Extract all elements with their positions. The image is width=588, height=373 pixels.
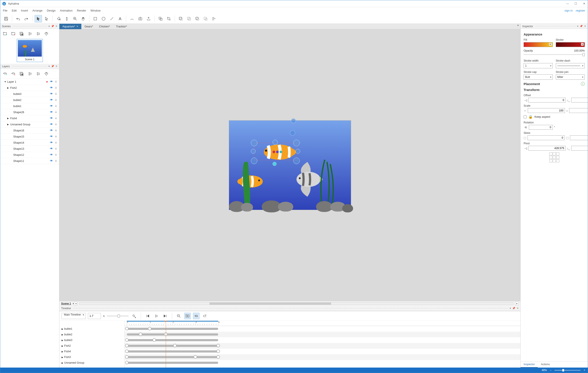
visibility-icon[interactable] [50, 141, 53, 145]
rock-shape[interactable] [316, 201, 332, 212]
stroke-dash-combo[interactable] [556, 63, 585, 68]
arc-icon[interactable] [128, 15, 136, 22]
keyframe[interactable] [173, 344, 177, 347]
timeline-track-row[interactable]: ▶Fish3 [59, 354, 125, 360]
layer-row[interactable]: ▶Unnamed Group [0, 121, 59, 128]
skew-x-input[interactable] [527, 135, 565, 140]
return-icon[interactable] [202, 313, 208, 319]
timeline-track-row[interactable]: ▶buble2 [59, 332, 125, 337]
layer-row[interactable]: buble2 [0, 97, 59, 103]
visibility-icon[interactable] [50, 135, 53, 139]
boolean-exclude-icon[interactable] [202, 15, 209, 22]
keyframe[interactable] [194, 355, 197, 359]
panel-pin-icon[interactable]: 📌 [512, 307, 515, 310]
layer-row[interactable]: Shape12 [0, 152, 59, 158]
timeline-lane[interactable] [125, 360, 520, 366]
timeline-time-input[interactable] [88, 313, 101, 319]
layer-row[interactable]: ▼Layer 1➤ [0, 79, 59, 85]
expand-icon[interactable]: ▶ [7, 117, 10, 119]
keyframe[interactable] [216, 355, 220, 359]
close-button[interactable]: ✕ [582, 2, 586, 5]
timeline-ruler[interactable]: 01234 [125, 321, 520, 326]
keyframe[interactable] [125, 327, 128, 330]
menu-render[interactable]: Render [77, 9, 86, 12]
add-scene-icon[interactable] [2, 31, 8, 37]
lock-icon[interactable] [54, 159, 57, 163]
visibility-icon[interactable] [50, 98, 53, 102]
expand-icon[interactable]: ▶ [62, 350, 64, 353]
reorder-down-icon[interactable] [35, 71, 41, 77]
expand-icon[interactable]: ▶ [62, 345, 64, 347]
scroll-left-icon[interactable]: ◂ [74, 302, 77, 305]
delete-scene-icon[interactable] [10, 31, 16, 37]
to-end-icon[interactable] [162, 313, 168, 319]
media-icon[interactable] [136, 15, 144, 22]
info-icon[interactable]: i [581, 82, 585, 86]
scene-thumbnail[interactable]: Scene 1 [17, 39, 43, 62]
rock-shape[interactable] [342, 204, 353, 213]
scale-y-input[interactable] [569, 108, 588, 113]
timeline-lane[interactable] [125, 343, 520, 349]
tab-aquarium[interactable]: Aquarium*✕ [59, 24, 81, 29]
layer-row[interactable]: ▶Fish4 [0, 115, 59, 121]
duplicate-scene-icon[interactable]: ×2 [19, 31, 25, 37]
group-icon[interactable] [157, 15, 164, 22]
lock-icon[interactable] [54, 104, 57, 108]
timeline-track-row[interactable]: ▶Unnamed Group [59, 360, 125, 366]
scene-play-icon[interactable] [184, 313, 191, 319]
canvas[interactable] [229, 121, 351, 210]
panel-close-icon[interactable]: ✕ [517, 307, 519, 310]
visibility-icon[interactable] [50, 153, 53, 157]
keyframe[interactable] [125, 350, 128, 353]
pivot-anchor-grid[interactable] [549, 152, 559, 162]
zoom-fit-icon[interactable] [176, 313, 182, 319]
opacity-slider[interactable] [524, 53, 585, 56]
actions-tab[interactable]: Actions [538, 362, 553, 368]
menu-animation[interactable]: Animation [60, 9, 73, 12]
keyframe[interactable] [139, 332, 142, 336]
keyframe[interactable] [125, 355, 128, 359]
pivot-y-input[interactable] [571, 146, 588, 151]
text-icon[interactable] [116, 15, 124, 22]
rock-shape[interactable] [278, 202, 293, 212]
visibility-icon[interactable] [50, 116, 53, 120]
bucket-icon[interactable] [55, 15, 62, 22]
visibility-icon[interactable] [50, 110, 53, 114]
export-icon[interactable] [145, 15, 152, 22]
layer-row[interactable]: buble3 [0, 91, 59, 97]
layer-row[interactable]: ▶Fish2 [0, 85, 59, 91]
lock-icon[interactable] [54, 92, 57, 96]
lock-icon[interactable] [54, 135, 57, 139]
tabs-dropdown-icon[interactable]: ▾ [515, 24, 520, 29]
boolean-intersect-icon[interactable] [194, 15, 201, 22]
selection-handle[interactable] [273, 140, 278, 145]
layer-row[interactable]: Shape16 [0, 128, 59, 134]
layer-row[interactable]: Shape15 [0, 134, 59, 140]
scene-name[interactable]: Scene 1 [61, 302, 71, 305]
expand-icon[interactable]: ▶ [7, 123, 10, 126]
menu-insert[interactable]: Insert [21, 9, 28, 12]
maximize-button[interactable]: ☐ [574, 2, 578, 5]
layer-row[interactable]: Shape13 [0, 146, 59, 152]
selection-handle[interactable] [251, 149, 256, 154]
minimize-button[interactable]: — [566, 2, 569, 5]
zoom-in-icon[interactable]: + [584, 369, 585, 372]
pivot-marker[interactable] [273, 151, 275, 153]
stroke-swatch[interactable] [556, 42, 585, 47]
crop-icon[interactable] [165, 15, 172, 22]
panel-dropdown-icon[interactable]: ▾ [49, 65, 50, 68]
tab-chicken[interactable]: Chicken* [96, 24, 113, 29]
stroke-join-combo[interactable]: Miter [556, 75, 585, 80]
pointer-icon[interactable] [35, 15, 42, 22]
lock-icon[interactable] [54, 117, 57, 120]
expand-icon[interactable]: ▶ [62, 328, 64, 330]
line-icon[interactable] [108, 15, 116, 22]
fill-swatch[interactable] [524, 42, 553, 47]
menu-file[interactable]: File [3, 9, 7, 12]
expand-icon[interactable]: ▶ [62, 333, 64, 336]
keyframe[interactable] [125, 361, 128, 364]
lock-icon[interactable] [54, 153, 57, 157]
rotation-handle[interactable] [273, 162, 276, 166]
skew-y-input[interactable] [570, 135, 588, 140]
scroll-right-icon[interactable]: ▸ [515, 302, 519, 305]
